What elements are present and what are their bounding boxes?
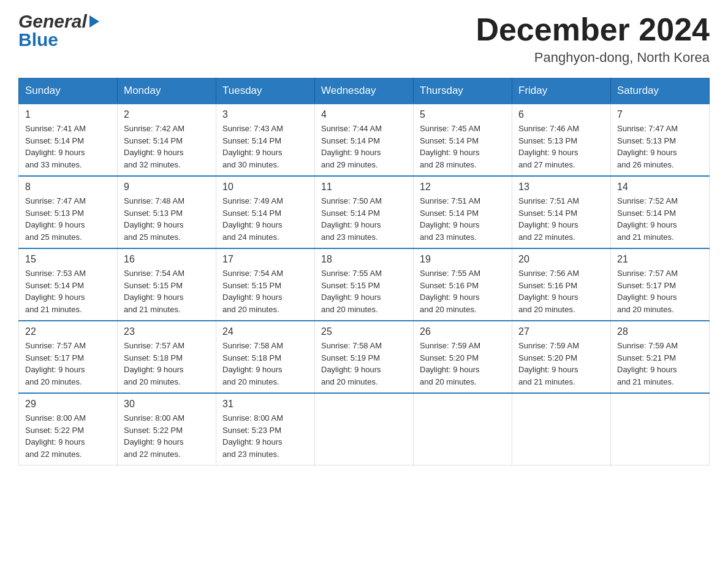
day-info: Sunrise: 7:47 AMSunset: 5:13 PMDaylight:… xyxy=(617,123,703,170)
day-number: 14 xyxy=(617,182,703,193)
day-info: Sunrise: 7:57 AMSunset: 5:18 PMDaylight:… xyxy=(124,340,210,388)
day-number: 19 xyxy=(420,254,506,265)
calendar-cell xyxy=(512,393,611,465)
weekday-header-tuesday: Tuesday xyxy=(216,79,315,104)
calendar-table: SundayMondayTuesdayWednesdayThursdayFrid… xyxy=(18,78,710,465)
day-number: 2 xyxy=(124,109,210,120)
calendar-cell: 25Sunrise: 7:58 AMSunset: 5:19 PMDayligh… xyxy=(315,321,414,393)
day-info: Sunrise: 7:57 AMSunset: 5:17 PMDaylight:… xyxy=(25,340,111,388)
day-number: 10 xyxy=(222,182,308,193)
day-number: 29 xyxy=(25,399,111,410)
calendar-cell: 5Sunrise: 7:45 AMSunset: 5:14 PMDaylight… xyxy=(414,104,512,176)
day-number: 5 xyxy=(420,109,506,120)
calendar-cell: 27Sunrise: 7:59 AMSunset: 5:20 PMDayligh… xyxy=(512,321,611,393)
day-number: 3 xyxy=(222,109,308,120)
calendar-cell: 10Sunrise: 7:49 AMSunset: 5:14 PMDayligh… xyxy=(216,176,315,248)
calendar-cell: 7Sunrise: 7:47 AMSunset: 5:13 PMDaylight… xyxy=(611,104,710,176)
calendar-cell xyxy=(611,393,710,465)
calendar-cell: 21Sunrise: 7:57 AMSunset: 5:17 PMDayligh… xyxy=(611,248,710,321)
day-number: 30 xyxy=(124,399,210,410)
location-title: Panghyon-dong, North Korea xyxy=(476,50,710,66)
calendar-week-5: 29Sunrise: 8:00 AMSunset: 5:22 PMDayligh… xyxy=(19,393,710,465)
logo-general-text: General xyxy=(18,12,87,31)
day-info: Sunrise: 7:56 AMSunset: 5:16 PMDaylight:… xyxy=(518,267,604,315)
day-info: Sunrise: 7:54 AMSunset: 5:15 PMDaylight:… xyxy=(222,267,308,315)
day-info: Sunrise: 7:50 AMSunset: 5:14 PMDaylight:… xyxy=(321,195,407,243)
calendar-week-3: 15Sunrise: 7:53 AMSunset: 5:14 PMDayligh… xyxy=(19,248,710,321)
day-number: 28 xyxy=(617,326,703,337)
logo-arrow-icon xyxy=(89,15,99,28)
day-info: Sunrise: 7:58 AMSunset: 5:19 PMDaylight:… xyxy=(321,340,407,388)
day-number: 21 xyxy=(617,254,703,265)
weekday-header-saturday: Saturday xyxy=(611,79,710,104)
calendar-cell: 3Sunrise: 7:43 AMSunset: 5:14 PMDaylight… xyxy=(216,104,315,176)
calendar-cell: 8Sunrise: 7:47 AMSunset: 5:13 PMDaylight… xyxy=(19,176,118,248)
day-number: 1 xyxy=(25,109,111,120)
logo-blue-text: Blue xyxy=(18,31,58,49)
calendar-cell: 19Sunrise: 7:55 AMSunset: 5:16 PMDayligh… xyxy=(414,248,512,321)
weekday-header-monday: Monday xyxy=(118,79,216,104)
calendar-week-1: 1Sunrise: 7:41 AMSunset: 5:14 PMDaylight… xyxy=(19,104,710,176)
day-info: Sunrise: 7:59 AMSunset: 5:20 PMDaylight:… xyxy=(518,340,604,388)
day-number: 6 xyxy=(518,109,604,120)
day-number: 8 xyxy=(25,182,111,193)
title-section: December 2024 Panghyon-dong, North Korea xyxy=(476,12,710,66)
day-number: 12 xyxy=(420,182,506,193)
day-number: 20 xyxy=(518,254,604,265)
weekday-header-friday: Friday xyxy=(512,79,611,104)
page-header: General Blue December 2024 Panghyon-dong… xyxy=(18,12,710,66)
day-number: 31 xyxy=(222,399,308,410)
weekday-header-sunday: Sunday xyxy=(19,79,118,104)
day-info: Sunrise: 7:55 AMSunset: 5:15 PMDaylight:… xyxy=(321,267,407,315)
weekday-header-thursday: Thursday xyxy=(414,79,512,104)
day-number: 23 xyxy=(124,326,210,337)
day-number: 15 xyxy=(25,254,111,265)
day-info: Sunrise: 7:59 AMSunset: 5:21 PMDaylight:… xyxy=(617,340,703,388)
calendar-cell: 13Sunrise: 7:51 AMSunset: 5:14 PMDayligh… xyxy=(512,176,611,248)
day-info: Sunrise: 7:48 AMSunset: 5:13 PMDaylight:… xyxy=(124,195,210,243)
day-number: 16 xyxy=(124,254,210,265)
day-number: 24 xyxy=(222,326,308,337)
day-number: 4 xyxy=(321,109,407,120)
day-number: 13 xyxy=(518,182,604,193)
day-number: 9 xyxy=(124,182,210,193)
calendar-cell: 17Sunrise: 7:54 AMSunset: 5:15 PMDayligh… xyxy=(216,248,315,321)
calendar-cell: 6Sunrise: 7:46 AMSunset: 5:13 PMDaylight… xyxy=(512,104,611,176)
calendar-cell: 23Sunrise: 7:57 AMSunset: 5:18 PMDayligh… xyxy=(118,321,216,393)
day-info: Sunrise: 7:52 AMSunset: 5:14 PMDaylight:… xyxy=(617,195,703,243)
day-info: Sunrise: 7:58 AMSunset: 5:18 PMDaylight:… xyxy=(222,340,308,388)
calendar-cell: 30Sunrise: 8:00 AMSunset: 5:22 PMDayligh… xyxy=(118,393,216,465)
calendar-cell: 22Sunrise: 7:57 AMSunset: 5:17 PMDayligh… xyxy=(19,321,118,393)
day-number: 7 xyxy=(617,109,703,120)
calendar-cell: 18Sunrise: 7:55 AMSunset: 5:15 PMDayligh… xyxy=(315,248,414,321)
day-info: Sunrise: 7:46 AMSunset: 5:13 PMDaylight:… xyxy=(518,123,604,170)
day-number: 25 xyxy=(321,326,407,337)
day-info: Sunrise: 7:47 AMSunset: 5:13 PMDaylight:… xyxy=(25,195,111,243)
calendar-cell: 12Sunrise: 7:51 AMSunset: 5:14 PMDayligh… xyxy=(414,176,512,248)
calendar-week-2: 8Sunrise: 7:47 AMSunset: 5:13 PMDaylight… xyxy=(19,176,710,248)
day-info: Sunrise: 7:57 AMSunset: 5:17 PMDaylight:… xyxy=(617,267,703,315)
calendar-cell: 24Sunrise: 7:58 AMSunset: 5:18 PMDayligh… xyxy=(216,321,315,393)
day-info: Sunrise: 7:49 AMSunset: 5:14 PMDaylight:… xyxy=(222,195,308,243)
calendar-cell: 31Sunrise: 8:00 AMSunset: 5:23 PMDayligh… xyxy=(216,393,315,465)
calendar-cell: 14Sunrise: 7:52 AMSunset: 5:14 PMDayligh… xyxy=(611,176,710,248)
day-number: 27 xyxy=(518,326,604,337)
calendar-cell: 28Sunrise: 7:59 AMSunset: 5:21 PMDayligh… xyxy=(611,321,710,393)
day-info: Sunrise: 7:45 AMSunset: 5:14 PMDaylight:… xyxy=(420,123,506,170)
day-number: 17 xyxy=(222,254,308,265)
day-number: 11 xyxy=(321,182,407,193)
calendar-cell xyxy=(315,393,414,465)
calendar-cell: 1Sunrise: 7:41 AMSunset: 5:14 PMDaylight… xyxy=(19,104,118,176)
day-info: Sunrise: 7:42 AMSunset: 5:14 PMDaylight:… xyxy=(124,123,210,170)
day-info: Sunrise: 8:00 AMSunset: 5:23 PMDaylight:… xyxy=(222,412,308,460)
day-info: Sunrise: 7:43 AMSunset: 5:14 PMDaylight:… xyxy=(222,123,308,170)
calendar-cell: 16Sunrise: 7:54 AMSunset: 5:15 PMDayligh… xyxy=(118,248,216,321)
day-info: Sunrise: 7:55 AMSunset: 5:16 PMDaylight:… xyxy=(420,267,506,315)
calendar-cell: 11Sunrise: 7:50 AMSunset: 5:14 PMDayligh… xyxy=(315,176,414,248)
day-info: Sunrise: 7:54 AMSunset: 5:15 PMDaylight:… xyxy=(124,267,210,315)
day-info: Sunrise: 8:00 AMSunset: 5:22 PMDaylight:… xyxy=(124,412,210,460)
calendar-cell: 26Sunrise: 7:59 AMSunset: 5:20 PMDayligh… xyxy=(414,321,512,393)
logo: General Blue xyxy=(18,12,99,49)
calendar-week-4: 22Sunrise: 7:57 AMSunset: 5:17 PMDayligh… xyxy=(19,321,710,393)
calendar-cell: 4Sunrise: 7:44 AMSunset: 5:14 PMDaylight… xyxy=(315,104,414,176)
